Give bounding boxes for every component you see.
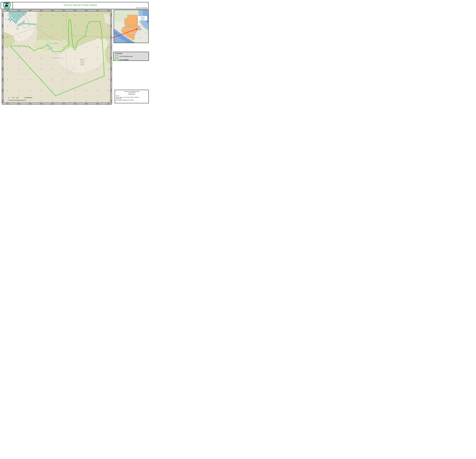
- y-axis-label: 1694500: [111, 100, 112, 103]
- san-salvador-dot: [137, 38, 137, 39]
- svg-text:Reserva: Reserva: [80, 59, 85, 60]
- legend-item-label: Límite Departamental: [119, 56, 133, 57]
- x-axis-label: 629500: [51, 103, 54, 104]
- inset-honduras-label: H o: [147, 32, 148, 33]
- inset-map: Be Gu d Hond G u a t e m a l a Guatemala…: [114, 10, 148, 43]
- label-izabal: IZABAL: [53, 57, 61, 58]
- compass-o: O: [5, 18, 6, 20]
- map-document-page: CONAP Reserva Natural Privada Pataxte DA…: [0, 0, 149, 106]
- x-axis-label: 628500: [29, 103, 32, 104]
- legend-item-label: Área protegida: [119, 59, 128, 60]
- y-axis-label: 1697500: [111, 35, 112, 39]
- y-axis-label: 1694500: [2, 100, 3, 103]
- svg-text:Natural: Natural: [80, 60, 85, 62]
- y-axis-label: 1698500: [2, 14, 3, 17]
- territorial-note-box: Diferendo territorial no resuelto: [138, 16, 147, 20]
- info-line: Datum WGS84: [116, 93, 148, 95]
- x-axis-label: 631000: [85, 103, 88, 104]
- legend-title: Simbología: [115, 53, 149, 54]
- inset-water-label-hond: Hond: [146, 21, 148, 22]
- x-axis-label: 631000: [85, 10, 88, 11]
- x-axis-label: 631500: [96, 10, 99, 11]
- x-axis-label: 629000: [40, 103, 43, 104]
- legend: Simbología Límite DepartamentalÁrea prot…: [113, 52, 149, 61]
- svg-text:Privada: Privada: [80, 62, 85, 64]
- svg-text:resuelto: resuelto: [141, 19, 144, 20]
- inset-water-label-d: d: [148, 18, 148, 20]
- y-axis-label: 1695000: [2, 89, 3, 92]
- x-axis-label: 627500: [6, 103, 9, 104]
- document-code: DAGeos-476-2026-BS: [136, 7, 147, 8]
- x-axis-label: 629000: [40, 10, 43, 11]
- x-axis-label: 627500: [6, 10, 9, 11]
- label-finca-pataxte: Finca Pataxte: [50, 43, 58, 44]
- compass-e: E: [15, 18, 16, 20]
- page-title: Reserva Natural Privada Pataxte: [13, 4, 147, 6]
- scale-label-038: 0.38: [16, 97, 18, 98]
- x-axis-label: 630000: [62, 103, 65, 104]
- x-axis-label: 628000: [17, 10, 20, 11]
- legend-swatch: [115, 58, 118, 61]
- inset-location-map: Be Gu d Hond G u a t e m a l a Guatemala…: [114, 10, 149, 43]
- legend-swatch: [115, 55, 118, 58]
- compass-n: N: [10, 14, 11, 16]
- inset-spot-label: 721: [115, 36, 117, 37]
- y-axis-label: 1696000: [2, 67, 3, 71]
- y-axis-label: 1695000: [111, 89, 112, 92]
- info-line: Sistema de coordenadas proyectadas: [116, 91, 148, 92]
- x-axis-label: 628500: [29, 10, 32, 11]
- y-axis-label: 1697000: [111, 46, 112, 49]
- svg-text:Diferendo: Diferendo: [141, 17, 144, 18]
- scale-label-076-km: 0.76 Kilómetros: [24, 97, 32, 98]
- inset-capital-label: Guatemala: [131, 33, 136, 33]
- inset-san-salvador-label: San Salvador: [137, 37, 143, 38]
- capital-city-dot: [130, 33, 131, 33]
- header: CONAP Reserva Natural Privada Pataxte DA…: [1, 2, 149, 9]
- conap-logo-text: CONAP: [4, 8, 10, 9]
- main-map: N S E O Finca Pataxte IZABAL Reserva Nat…: [2, 10, 112, 104]
- x-axis-label: 628000: [17, 103, 20, 104]
- y-axis-label: 1696500: [2, 57, 3, 60]
- y-axis-label: 1698000: [2, 24, 3, 28]
- x-axis-label: 630500: [74, 10, 76, 11]
- svg-text:territorial no: territorial no: [140, 18, 145, 19]
- x-axis-label: 631500: [96, 103, 99, 104]
- info-line: Fuente:: [116, 95, 148, 97]
- x-axis-label: 630500: [74, 103, 76, 104]
- conap-logo: CONAP: [1, 2, 13, 9]
- info-line: CONAP 2026: [116, 98, 148, 99]
- y-axis-label: 1696500: [111, 57, 112, 60]
- inset-country-label: G u a t e m a l a: [121, 28, 133, 30]
- x-axis-label: 632000: [107, 103, 110, 104]
- y-axis-label: 1696000: [111, 67, 112, 71]
- svg-text:Pataxte: Pataxte: [80, 64, 85, 65]
- y-axis-label: 1697000: [2, 46, 3, 49]
- info-box: Sistema de coordenadas proyectadasProyec…: [115, 90, 149, 103]
- y-axis-label: 1695500: [111, 78, 112, 82]
- legend-item: Límite Departamental: [115, 55, 149, 58]
- info-line: Base de datos de la Dirección Análisis G…: [116, 97, 148, 98]
- y-axis-label: 1698500: [111, 14, 112, 17]
- scale-label-0: 0: [9, 97, 9, 98]
- map-content: N S E O Finca Pataxte IZABAL Reserva Nat…: [3, 11, 110, 103]
- x-axis-label: 632000: [107, 10, 110, 11]
- legend-item: Área protegida: [115, 58, 149, 61]
- x-axis-label: 629500: [51, 10, 54, 11]
- x-axis-label: 630000: [62, 10, 65, 11]
- y-axis-label: 1695500: [2, 78, 3, 82]
- y-axis-label: 1697500: [2, 35, 3, 39]
- scale-label-019: 0.19: [12, 97, 14, 98]
- info-line: Base de datos cartografía básica IGN 201…: [116, 99, 148, 101]
- compass-s: S: [10, 24, 11, 25]
- info-line: Proyección GTM: [116, 92, 148, 93]
- main-map-frame: N S E O Finca Pataxte IZABAL Reserva Nat…: [2, 10, 112, 104]
- y-axis-label: 1698000: [111, 24, 112, 28]
- conap-monkey-icon: [3, 2, 11, 7]
